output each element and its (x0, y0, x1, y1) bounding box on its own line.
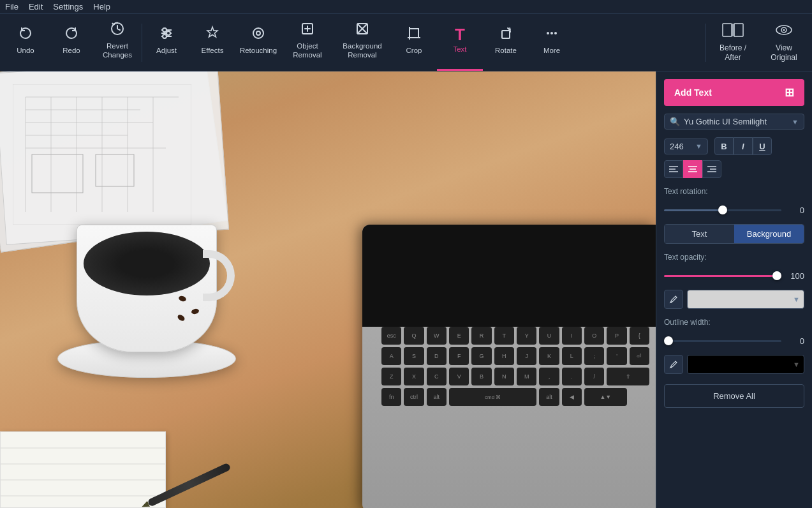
remove-all-button[interactable]: Remove All (664, 384, 804, 408)
crop-icon (406, 25, 422, 44)
toolbar-background-removal[interactable]: BackgroundRemoval (334, 14, 391, 71)
coffee-surface (84, 232, 210, 295)
text-opacity-label: Text opacity: (664, 253, 804, 262)
underline-button[interactable]: U (753, 137, 772, 155)
text-tab-button[interactable]: Text (665, 225, 734, 243)
font-select[interactable]: Yu Gothic UI Semilight (684, 117, 788, 126)
search-icon: 🔍 (670, 117, 680, 126)
toolbar-object-removal[interactable]: ObjectRemoval (281, 14, 334, 71)
effects-label: Effects (202, 47, 224, 56)
menu-help[interactable]: Help (93, 2, 110, 11)
svg-point-23 (783, 29, 785, 31)
add-text-label: Add Text (674, 87, 712, 98)
svg-rect-14 (502, 31, 510, 38)
opacity-slider[interactable] (664, 275, 781, 277)
toolbar-crop[interactable]: Crop (391, 14, 437, 71)
svg-point-16 (547, 32, 549, 34)
toolbar-sep-right (705, 24, 706, 62)
toolbar-retouching[interactable]: Retouching (235, 14, 281, 71)
font-size-chevron-icon: ▼ (695, 142, 702, 150)
toolbar-rotate[interactable]: Rotate (483, 14, 529, 71)
toolbar: Undo Redo RevertChanges (0, 14, 812, 71)
toolbar-left-group: Undo Redo RevertChanges (3, 14, 575, 71)
text-color-picker[interactable]: ▼ (687, 290, 804, 309)
menu-settings[interactable]: Settings (53, 2, 83, 11)
font-search-row: 🔍 Yu Gothic UI Semilight ▼ (664, 114, 804, 130)
toolbar-text[interactable]: T Text (437, 14, 483, 71)
retouching-icon (250, 25, 267, 44)
rotation-value: 0 (786, 205, 804, 215)
text-color-chevron-icon: ▼ (793, 295, 800, 303)
menu-file[interactable]: File (5, 2, 18, 11)
keyboard-area: esc Q W E R T Y U I O P { A S D F G H J (375, 320, 656, 508)
cup-body (77, 225, 217, 352)
outline-value: 0 (786, 336, 804, 346)
adjust-label: Adjust (156, 47, 177, 56)
rotation-slider[interactable] (664, 209, 781, 211)
outline-row: 0 (664, 334, 804, 347)
text-icon: T (455, 26, 465, 43)
background-tab-button[interactable]: Background (734, 225, 804, 243)
italic-button[interactable]: I (734, 137, 753, 155)
rotation-row: 0 (664, 204, 804, 216)
svg-point-5 (166, 31, 170, 35)
toolbar-adjust[interactable]: Adjust (144, 14, 189, 71)
coffee-saucer-group (51, 199, 242, 378)
svg-rect-30 (32, 154, 83, 193)
text-color-pen-button[interactable] (664, 290, 683, 309)
toolbar-undo[interactable]: Undo (3, 14, 48, 71)
outline-color-chevron-icon: ▼ (793, 361, 800, 368)
outline-color-picker[interactable]: ▼ (687, 355, 804, 374)
object-removal-label: ObjectRemoval (293, 42, 321, 60)
menu-bar: File Edit Settings Help (0, 0, 812, 14)
notepad (0, 431, 166, 508)
font-size-input[interactable]: 246 (670, 142, 693, 151)
svg-point-17 (554, 32, 557, 34)
svg-point-4 (163, 28, 166, 32)
svg-point-7 (253, 28, 263, 38)
toolbar-redo[interactable]: Redo (48, 14, 94, 71)
toolbar-view-original[interactable]: ViewOriginal (758, 14, 809, 71)
background-removal-label: BackgroundRemoval (343, 42, 381, 60)
align-right-button[interactable] (702, 160, 721, 178)
revert-icon (109, 20, 126, 40)
redo-label: Redo (63, 47, 80, 56)
outline-slider[interactable] (664, 340, 781, 342)
toolbar-effects[interactable]: Effects (189, 14, 235, 71)
font-format-row: 246 ▼ B I U (664, 137, 804, 155)
effects-icon (204, 25, 221, 44)
more-icon (543, 25, 560, 44)
font-size-box: 246 ▼ (664, 138, 708, 154)
laptop-body: esc Q W E R T Y U I O P { A S D F G H J (362, 225, 656, 508)
outline-slider-container (664, 334, 781, 347)
align-left-button[interactable] (664, 160, 683, 178)
svg-rect-18 (723, 24, 732, 36)
opacity-row: 100 (664, 269, 804, 282)
cup-handle (203, 250, 235, 301)
text-label: Text (453, 45, 466, 54)
add-text-button[interactable]: Add Text ⊞ (664, 79, 804, 106)
toolbar-more[interactable]: More (529, 14, 575, 71)
outline-width-label: Outline width: (664, 318, 804, 327)
text-bg-tabs: Text Background (664, 224, 804, 244)
menu-edit[interactable]: Edit (29, 2, 43, 11)
align-buttons-row (664, 160, 804, 178)
toolbar-before-after[interactable]: Before /After (707, 14, 758, 71)
toolbar-revert[interactable]: RevertChanges (94, 14, 140, 71)
svg-point-8 (256, 31, 260, 35)
redo-icon (63, 25, 80, 44)
toolbar-right: Before /After ViewOriginal (704, 14, 809, 71)
more-label: More (543, 47, 560, 56)
retouching-label: Retouching (240, 47, 277, 56)
outline-color-pen-button[interactable] (664, 355, 683, 374)
main-area: esc Q W E R T Y U I O P { A S D F G H J (0, 71, 812, 508)
adjust-icon (158, 25, 175, 44)
canvas-area[interactable]: esc Q W E R T Y U I O P { A S D F G H J (0, 71, 656, 508)
text-rotation-label: Text rotation: (664, 187, 804, 196)
bold-button[interactable]: B (714, 137, 734, 155)
align-center-button[interactable] (683, 160, 702, 178)
outline-color-row: ▼ (664, 355, 804, 374)
view-original-icon (776, 23, 792, 41)
undo-label: Undo (17, 47, 34, 56)
revert-label: RevertChanges (103, 42, 132, 60)
